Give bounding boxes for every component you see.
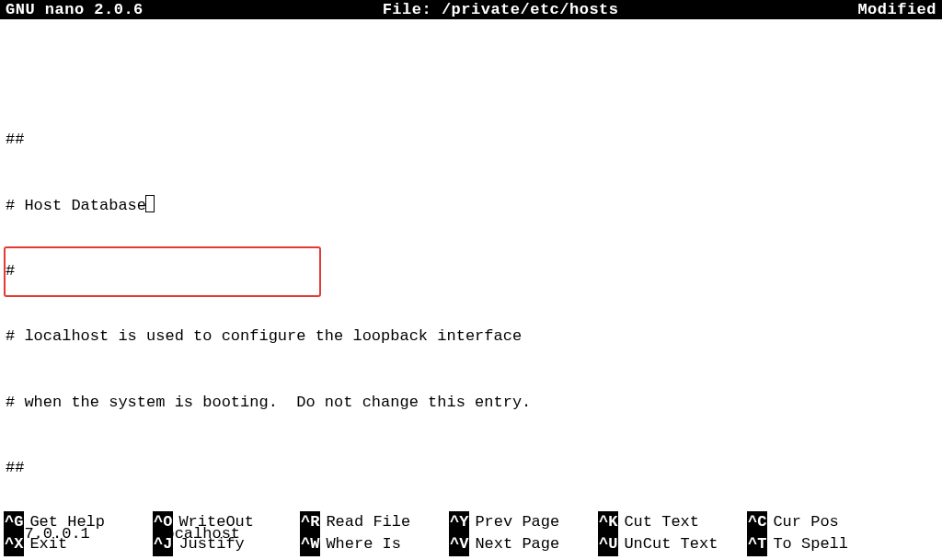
shortcut-prev-page[interactable]: ^YPrev Page: [449, 511, 598, 534]
shortcut-exit[interactable]: ^XExit: [4, 533, 153, 556]
shortcut-cut-text[interactable]: ^KCut Text: [598, 511, 747, 534]
shortcut-justify[interactable]: ^JJustify: [153, 533, 300, 556]
shortcut-bar: ^GGet Help ^OWriteOut ^RRead File ^YPrev…: [0, 511, 942, 560]
file-line: ##: [6, 129, 936, 151]
shortcut-read-file[interactable]: ^RRead File: [300, 511, 449, 534]
highlight-annotation: [4, 246, 321, 297]
file-line: ##: [6, 457, 936, 479]
modified-status: Modified: [857, 1, 936, 18]
file-line: # Host Database: [6, 195, 936, 217]
file-path: File: /private/etc/hosts: [144, 1, 858, 18]
shortcut-writeout[interactable]: ^OWriteOut: [153, 511, 300, 534]
file-line: # localhost is used to configure the loo…: [6, 326, 936, 348]
shortcut-cur-pos[interactable]: ^CCur Pos: [747, 511, 896, 534]
file-line: # when the system is booting. Do not cha…: [6, 392, 936, 414]
cursor-icon: [145, 195, 155, 212]
shortcut-to-spell[interactable]: ^TTo Spell: [747, 533, 896, 556]
titlebar: GNU nano 2.0.6 File: /private/etc/hosts …: [0, 0, 942, 19]
shortcut-uncut-text[interactable]: ^UUnCut Text: [598, 533, 747, 556]
app-name: GNU nano 2.0.6: [6, 1, 144, 18]
shortcut-next-page[interactable]: ^VNext Page: [449, 533, 598, 556]
shortcut-where-is[interactable]: ^WWhere Is: [300, 533, 449, 556]
shortcut-get-help[interactable]: ^GGet Help: [4, 511, 153, 534]
